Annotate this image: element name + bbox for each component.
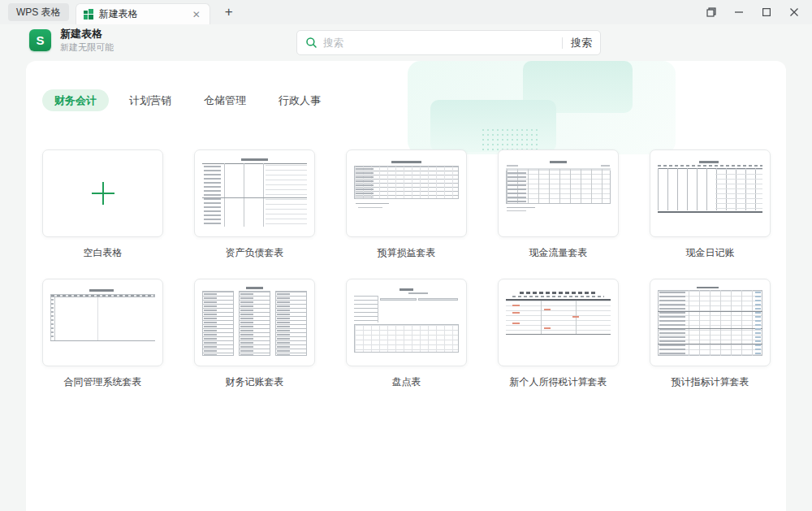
document-tab-label: 新建表格: [99, 7, 138, 21]
category-tab-marketing[interactable]: 计划营销: [117, 89, 184, 111]
search-icon: [305, 37, 317, 49]
template-grid: 空白表格 资产负债套表: [42, 149, 770, 389]
tax-calc-thumbnail: [503, 285, 613, 360]
document-tab[interactable]: 新建表格 ✕: [76, 3, 210, 24]
template-card-ledger[interactable]: [194, 279, 315, 366]
template-label: 合同管理系统套表: [42, 375, 163, 389]
wps-sheet-logo: S: [29, 29, 51, 51]
contract-register-thumbnail: [48, 285, 158, 360]
page-title: 新建表格: [60, 27, 114, 41]
page-subtitle: 新建无限可能: [60, 41, 114, 54]
template-card-blank[interactable]: [42, 149, 163, 237]
category-label: 仓储管理: [204, 93, 246, 108]
template-card-balance-sheet[interactable]: [194, 149, 315, 237]
search-button[interactable]: 搜索: [571, 36, 592, 50]
template-card-tax-calc[interactable]: [498, 279, 619, 366]
cash-flow-thumbnail: [503, 156, 613, 231]
app-menu-button[interactable]: WPS 表格: [8, 3, 69, 21]
template-label: 预计指标计算套表: [650, 375, 771, 389]
template-label: 现金流量套表: [498, 246, 619, 260]
template-label: 盘点表: [346, 375, 467, 389]
dock-window-icon[interactable]: [700, 2, 723, 22]
template-label: 资产负债套表: [194, 246, 315, 260]
app-menu-label: WPS 表格: [16, 6, 61, 19]
template-card-cash-flow[interactable]: [498, 149, 619, 237]
maximize-icon[interactable]: [755, 2, 778, 22]
new-tab-button[interactable]: +: [220, 3, 238, 21]
minimize-icon[interactable]: [728, 2, 750, 22]
category-tab-warehouse[interactable]: 仓储管理: [192, 89, 258, 111]
search-input[interactable]: [323, 37, 554, 49]
category-label: 财务会计: [54, 93, 97, 108]
search-divider: [562, 37, 563, 49]
forecast-dense-thumbnail: [655, 285, 765, 360]
budget-profit-thumbnail: [352, 156, 461, 231]
spreadsheet-icon: [83, 9, 94, 20]
template-card-inventory[interactable]: [346, 279, 467, 366]
template-card-budget-profit[interactable]: [346, 149, 467, 237]
search-box[interactable]: 搜索: [296, 30, 601, 55]
close-icon[interactable]: [783, 2, 806, 22]
cash-journal-thumbnail: [655, 156, 765, 231]
template-card-contract-register[interactable]: [42, 279, 163, 366]
category-tab-hr[interactable]: 行政人事: [266, 89, 333, 111]
template-card-cash-journal[interactable]: [650, 149, 771, 237]
blank-plus-thumbnail: [48, 156, 158, 231]
tab-close-icon[interactable]: ✕: [190, 8, 203, 21]
template-card-forecast[interactable]: [650, 279, 771, 366]
inventory-form-thumbnail: [352, 285, 461, 360]
window-controls: [700, 0, 806, 24]
category-tab-finance[interactable]: 财务会计: [42, 89, 109, 111]
template-panel: 财务会计 计划营销 仓储管理 行政人事 空白表格: [26, 61, 786, 511]
category-tabs: 财务会计 计划营销 仓储管理 行政人事: [26, 61, 786, 111]
title-bar: WPS 表格 新建表格 ✕ +: [0, 0, 812, 24]
page-header: S 新建表格 新建无限可能 搜索: [0, 24, 812, 61]
balance-sheet-thumbnail: [200, 156, 309, 231]
template-label: 空白表格: [42, 246, 163, 260]
category-label: 计划营销: [129, 93, 171, 108]
template-label: 预算损益套表: [346, 246, 467, 260]
template-label: 新个人所得税计算套表: [498, 375, 619, 389]
category-label: 行政人事: [279, 93, 321, 108]
template-label: 财务记账套表: [194, 375, 315, 389]
template-label: 现金日记账: [650, 246, 771, 260]
ledger-dense-thumbnail: [200, 285, 309, 360]
